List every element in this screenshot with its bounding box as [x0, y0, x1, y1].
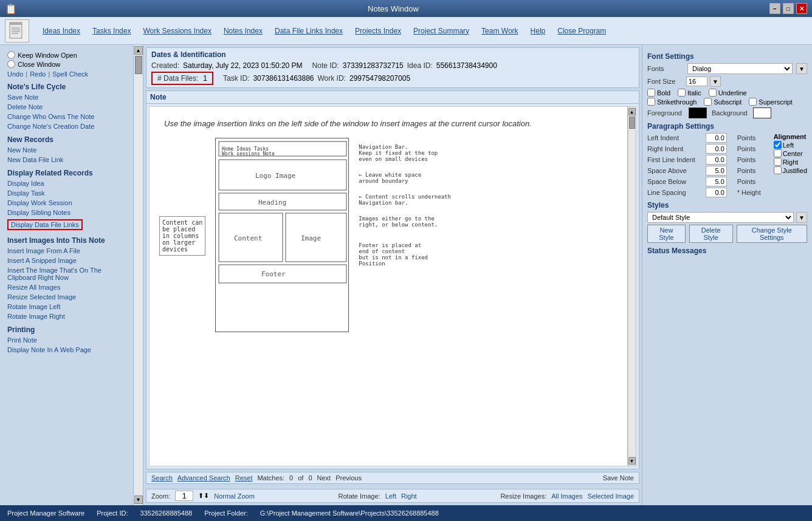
space-above-input[interactable]	[706, 166, 727, 175]
close-button[interactable]: ✕	[796, 3, 807, 14]
resize-all-images-link[interactable]: Resize All Images	[7, 283, 126, 291]
strikethrough-checkbox[interactable]: Strikethrough	[647, 98, 697, 106]
background-color-box[interactable]	[753, 107, 771, 118]
display-idea-link[interactable]: Display Idea	[7, 179, 126, 188]
resize-selected-image-link[interactable]: Resize Selected Image	[7, 293, 126, 301]
menu-ideas-index[interactable]: Ideas Index	[36, 24, 86, 38]
print-note-link[interactable]: Print Note	[7, 336, 126, 344]
annotation-whitespace: ← Leave white spacearound boundary	[359, 172, 451, 184]
insert-image-file-link[interactable]: Insert Image From A File	[7, 247, 126, 255]
font-size-dropdown-btn[interactable]: ▼	[710, 76, 721, 87]
right-indent-input[interactable]	[706, 144, 727, 154]
note-body-text[interactable]: Use the image insertion links on the lef…	[154, 112, 622, 135]
fonts-select[interactable]: Dialog	[687, 63, 793, 74]
menu-data-file-links-index[interactable]: Data File Links Index	[269, 24, 349, 38]
align-center-check[interactable]: Center	[774, 149, 807, 157]
menu-work-sessions-index[interactable]: Work Sessions Index	[137, 24, 218, 38]
matches-value: 0	[289, 474, 293, 482]
change-creation-date-link[interactable]: Change Note's Creation Date	[7, 122, 126, 131]
display-data-file-links-link[interactable]: Display Data File Links	[7, 219, 83, 230]
dates-section: Dates & Identification Created: Saturday…	[146, 47, 639, 88]
space-above-label: Space Above	[647, 167, 703, 174]
menu-tasks-index[interactable]: Tasks Index	[86, 24, 137, 38]
next-label[interactable]: Next	[317, 474, 331, 482]
fonts-dropdown-btn[interactable]: ▼	[796, 63, 807, 74]
superscript-checkbox[interactable]: Superscript	[749, 98, 793, 106]
spell-check-link[interactable]: Spell Check	[52, 70, 88, 78]
first-line-indent-input[interactable]	[706, 155, 727, 165]
keep-window-open-radio[interactable]: Keep Window Open	[7, 51, 126, 59]
space-below-input[interactable]	[706, 177, 727, 186]
data-files-value: 1	[203, 74, 207, 83]
change-style-settings-btn[interactable]: Change Style Settings	[737, 225, 808, 243]
italic-checkbox[interactable]: Italic	[678, 89, 701, 97]
annotation-nav: Navigation Bar.Keep it fixed at the tope…	[359, 144, 451, 162]
undo-link[interactable]: Undo	[7, 70, 23, 78]
left-indent-input[interactable]	[706, 133, 727, 143]
all-images-link[interactable]: All Images	[551, 492, 582, 500]
insert-clipboard-image-link[interactable]: Insert The Image That's On The Clipboard…	[7, 266, 126, 282]
display-task-link[interactable]: Display Task	[7, 189, 126, 197]
menu-project-summary[interactable]: Project Summary	[407, 24, 475, 38]
folder-label: Project Folder:	[204, 509, 248, 517]
reset-link[interactable]: Reset	[235, 474, 253, 482]
underline-checkbox[interactable]: Underline	[709, 89, 747, 97]
align-justified-check[interactable]: Justified	[774, 166, 807, 174]
note-scroll-down[interactable]: ▼	[628, 457, 636, 465]
display-note-web-link[interactable]: Display Note In A Web Page	[7, 346, 126, 354]
bold-checkbox[interactable]: Bold	[647, 89, 670, 97]
font-size-input[interactable]	[686, 77, 707, 86]
display-sibling-notes-link[interactable]: Display Sibling Notes	[7, 208, 126, 217]
rotate-image-left-link[interactable]: Rotate Image Left	[7, 302, 126, 311]
menu-projects-index[interactable]: Projects Index	[349, 24, 407, 38]
advanced-search-link[interactable]: Advanced Search	[177, 474, 230, 482]
change-owner-link[interactable]: Change Who Owns The Note	[7, 112, 126, 121]
menu-notes-index[interactable]: Notes Index	[218, 24, 269, 38]
task-id-label: Task ID:	[223, 74, 249, 83]
styles-dropdown-btn[interactable]: ▼	[796, 212, 807, 223]
align-right-check[interactable]: Right	[774, 158, 807, 166]
note-scroll-up[interactable]: ▲	[628, 108, 636, 115]
new-note-link[interactable]: New Note	[7, 146, 126, 154]
menu-close-program[interactable]: Close Program	[551, 24, 612, 38]
align-left-check[interactable]: Left	[774, 141, 807, 149]
display-work-session-link[interactable]: Display Work Session	[7, 199, 126, 207]
rotate-left-link[interactable]: Left	[385, 492, 396, 500]
foreground-color-box[interactable]	[689, 107, 707, 118]
minimize-button[interactable]: −	[769, 3, 780, 14]
new-style-btn[interactable]: New Style	[647, 225, 686, 243]
zoom-input[interactable]	[175, 491, 193, 501]
delete-style-btn[interactable]: Delete Style	[689, 225, 733, 243]
save-note-link[interactable]: Save Note	[7, 93, 126, 101]
note-body[interactable]: Use the image insertion links on the lef…	[149, 106, 636, 466]
close-window-radio[interactable]: Close Window	[7, 60, 126, 68]
normal-zoom-link[interactable]: Normal Zoom	[214, 492, 255, 500]
svg-text:Logo Image: Logo Image	[255, 172, 295, 180]
idea-id-value: 556613738434900	[436, 61, 497, 70]
redo-link[interactable]: Redo	[30, 70, 46, 78]
previous-label[interactable]: Previous	[335, 474, 362, 482]
left-indent-unit: Points	[737, 134, 769, 141]
line-spacing-input[interactable]	[706, 188, 727, 197]
menu-help[interactable]: Help	[525, 24, 552, 38]
delete-note-link[interactable]: Delete Note	[7, 103, 126, 111]
scroll-thumb[interactable]	[135, 56, 142, 74]
new-data-file-link[interactable]: New Data File Link	[7, 155, 126, 164]
maximize-button[interactable]: □	[783, 3, 794, 14]
scroll-down-btn[interactable]: ▼	[134, 495, 143, 504]
menu-team-work[interactable]: Team Work	[475, 24, 524, 38]
insert-snipped-image-link[interactable]: Insert A Snipped Image	[7, 256, 126, 265]
scroll-up-btn[interactable]: ▲	[134, 46, 143, 55]
selected-image-link[interactable]: Selected Image	[588, 492, 634, 500]
rotate-right-link[interactable]: Right	[401, 492, 417, 500]
main-container: Keep Window Open Close Window Undo | Red…	[0, 45, 812, 505]
rotate-image-right-link[interactable]: Rotate Image Right	[7, 312, 126, 321]
styles-select[interactable]: Default Style	[647, 212, 794, 223]
subscript-checkbox[interactable]: Subscript	[704, 98, 741, 106]
note-scroll-thumb[interactable]	[629, 117, 635, 129]
search-link[interactable]: Search	[151, 474, 173, 482]
save-note-search-bar[interactable]: Save Note	[603, 474, 634, 482]
background-label: Background	[712, 109, 748, 117]
space-below-label: Space Below	[647, 178, 703, 185]
svg-text:Footer: Footer	[261, 270, 286, 278]
